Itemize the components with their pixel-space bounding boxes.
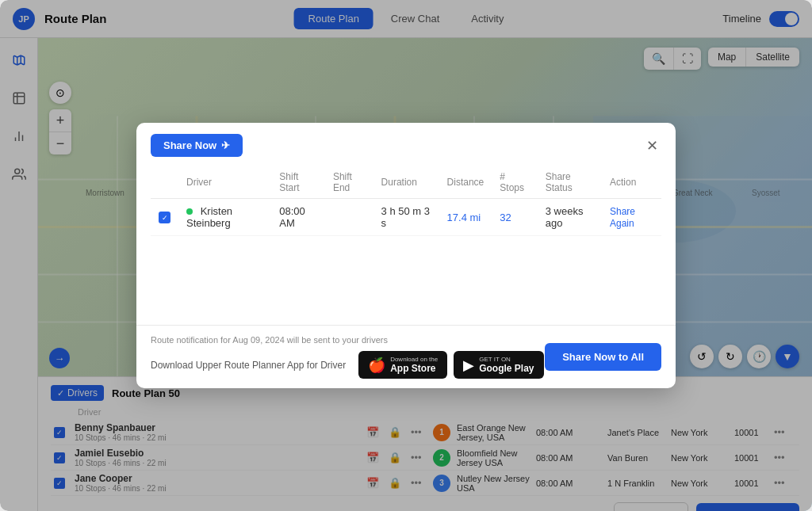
share-modal: Share Now ✈ ✕ Driver Shift Start Shift E… <box>136 123 676 388</box>
th-action: Action <box>602 166 661 199</box>
share-now-all-button[interactable]: Share Now to All <box>545 343 661 371</box>
modal-footer-left: Route notification for Aug 09, 2024 will… <box>151 335 544 379</box>
th-driver: Driver <box>178 166 271 199</box>
duration: 3 h 50 m 3 s <box>373 199 439 236</box>
modal-header: Share Now ✈ ✕ <box>136 123 676 157</box>
th-stops: # Stops <box>492 166 537 199</box>
shift-end <box>325 199 373 236</box>
app-store-text: Download on the App Store <box>390 356 438 374</box>
send-icon: ✈ <box>221 139 230 151</box>
shift-start: 08:00 AM <box>271 199 325 236</box>
modal-footer: Route notification for Aug 09, 2024 will… <box>136 325 676 388</box>
th-shift-start: Shift Start <box>271 166 325 199</box>
apple-icon: 🍎 <box>368 357 385 374</box>
google-play-text: GET IT ON Google Play <box>479 356 534 374</box>
share-again-link[interactable]: Share Again <box>610 206 635 229</box>
notification-text: Route notification for Aug 09, 2024 will… <box>151 335 544 345</box>
play-icon: ▶ <box>463 357 474 374</box>
google-play-badge[interactable]: ▶ GET IT ON Google Play <box>454 351 543 379</box>
stops: 32 <box>492 199 537 236</box>
app-container: JP Route Plan Route Plan Crew Chat Activ… <box>0 0 812 511</box>
th-shift-end: Shift End <box>325 166 373 199</box>
table-row: Kristen Steinberg 08:00 AM 3 h 50 m 3 s … <box>151 199 661 236</box>
th-distance: Distance <box>439 166 492 199</box>
driver-name: Kristen Steinberg <box>186 205 232 229</box>
modal-close-button[interactable]: ✕ <box>642 136 661 155</box>
app-store-badge[interactable]: 🍎 Download on the App Store <box>358 351 447 379</box>
share-status: 3 weeks ago <box>538 199 602 236</box>
row-checkbox[interactable] <box>159 212 170 223</box>
modal-overlay: Share Now ✈ ✕ Driver Shift Start Shift E… <box>0 0 812 511</box>
th-check <box>151 166 178 199</box>
th-duration: Duration <box>373 166 439 199</box>
th-share-status: Share Status <box>538 166 602 199</box>
drivers-table: Driver Shift Start Shift End Duration Di… <box>151 166 661 236</box>
download-label: Download Upper Route Planner App for Dri… <box>151 360 346 371</box>
distance: 17.4 mi <box>439 199 492 236</box>
modal-table-wrap: Driver Shift Start Shift End Duration Di… <box>136 166 676 325</box>
share-now-tab[interactable]: Share Now ✈ <box>151 134 243 157</box>
